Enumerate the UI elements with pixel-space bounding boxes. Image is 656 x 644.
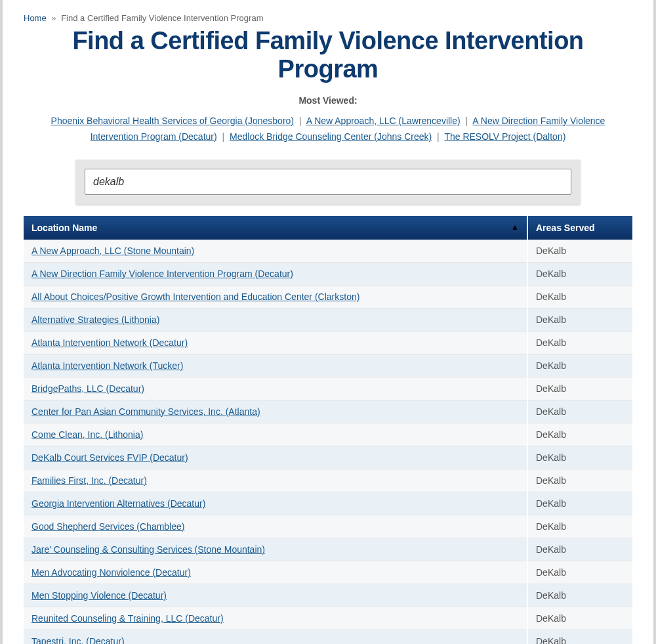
column-header-label: Areas Served [536, 223, 595, 233]
table-row: Jare' Counseling & Consulting Services (… [24, 538, 632, 561]
location-link[interactable]: A New Direction Family Violence Interven… [31, 268, 293, 279]
cell-location-name: DeKalb Court Services FVIP (Decatur) [24, 446, 527, 469]
cell-location-name: Alternative Strategies (Lithonia) [24, 308, 527, 331]
most-viewed-link[interactable]: A New Approach, LLC (Lawrenceville) [306, 116, 461, 126]
column-header-label: Location Name [31, 223, 97, 233]
cell-location-name: BridgePaths, LLC (Decatur) [24, 377, 527, 400]
table-row: A New Approach, LLC (Stone Mountain)DeKa… [24, 240, 632, 263]
location-link[interactable]: Center for Pan Asian Community Services,… [31, 406, 260, 417]
cell-areas-served: DeKalb [527, 240, 632, 263]
table-row: Reunited Counseling & Training, LLC (Dec… [24, 607, 632, 630]
page-title: Find a Certified Family Violence Interve… [24, 27, 632, 83]
cell-location-name: Jare' Counseling & Consulting Services (… [24, 538, 527, 561]
cell-location-name: Georgia Intervention Alternatives (Decat… [24, 492, 527, 515]
breadcrumb-current: Find a Certified Family Violence Interve… [61, 13, 263, 23]
column-header-location-name[interactable]: Location Name ▲ [24, 216, 527, 240]
location-link[interactable]: Good Shepherd Services (Chamblee) [31, 521, 184, 532]
table-row: BridgePaths, LLC (Decatur)DeKalb [24, 377, 632, 400]
separator: | [299, 116, 302, 126]
location-link[interactable]: DeKalb Court Services FVIP (Decatur) [31, 452, 188, 463]
separator: | [222, 131, 225, 142]
cell-location-name: Atlanta Intervention Network (Decatur) [24, 331, 527, 354]
page: Home » Find a Certified Family Violence … [0, 0, 656, 644]
location-link[interactable]: Alternative Strategies (Lithonia) [31, 314, 159, 325]
most-viewed-link[interactable]: The RESOLV Project (Dalton) [444, 131, 565, 142]
location-link[interactable]: Atlanta Intervention Network (Tucker) [31, 360, 183, 371]
cell-location-name: Good Shepherd Services (Chamblee) [24, 515, 527, 538]
cell-areas-served: DeKalb [527, 584, 632, 607]
most-viewed-links: Phoenix Behavioral Health Services of Ge… [39, 114, 617, 145]
most-viewed-link[interactable]: Phoenix Behavioral Health Services of Ge… [51, 116, 294, 126]
cell-location-name: Tapestri, Inc. (Decatur) [24, 630, 527, 644]
table-header: Location Name ▲ Areas Served [24, 216, 632, 240]
table-row: All About Choices/Positive Growth Interv… [24, 285, 632, 308]
cell-areas-served: DeKalb [527, 492, 632, 515]
table-row: Center for Pan Asian Community Services,… [24, 400, 632, 423]
cell-location-name: A New Direction Family Violence Interven… [24, 262, 527, 285]
results-table: Location Name ▲ Areas Served A New Appro… [24, 216, 632, 644]
most-viewed-link[interactable]: Medlock Bridge Counseling Center (Johns … [230, 131, 432, 142]
cell-location-name: All About Choices/Positive Growth Interv… [24, 285, 527, 308]
most-viewed-label: Most Viewed: [24, 95, 632, 106]
table-row: Good Shepherd Services (Chamblee)DeKalb [24, 515, 632, 538]
cell-areas-served: DeKalb [527, 515, 632, 538]
cell-location-name: Come Clean, Inc. (Lithonia) [24, 423, 527, 446]
separator: | [437, 131, 440, 142]
column-header-areas-served[interactable]: Areas Served [527, 216, 632, 240]
table-row: Tapestri, Inc. (Decatur)DeKalb [24, 630, 632, 644]
cell-areas-served: DeKalb [527, 354, 632, 377]
separator: | [466, 116, 468, 126]
breadcrumb-home-link[interactable]: Home [24, 13, 47, 23]
table-row: Alternative Strategies (Lithonia)DeKalb [24, 308, 632, 331]
cell-location-name: Reunited Counseling & Training, LLC (Dec… [24, 607, 527, 630]
table-row: DeKalb Court Services FVIP (Decatur)DeKa… [24, 446, 632, 469]
sort-asc-icon: ▲ [511, 223, 519, 232]
cell-areas-served: DeKalb [527, 308, 632, 331]
table-row: A New Direction Family Violence Interven… [24, 262, 632, 285]
location-link[interactable]: A New Approach, LLC (Stone Mountain) [31, 246, 194, 256]
location-link[interactable]: Families First, Inc. (Decatur) [31, 475, 147, 486]
table-row: Men Advocating Nonviolence (Decatur)DeKa… [24, 561, 632, 584]
location-link[interactable]: Jare' Counseling & Consulting Services (… [31, 544, 265, 555]
table-row: Atlanta Intervention Network (Tucker)DeK… [24, 354, 632, 377]
cell-areas-served: DeKalb [527, 446, 632, 469]
location-link[interactable]: Atlanta Intervention Network (Decatur) [31, 337, 188, 348]
cell-location-name: Men Advocating Nonviolence (Decatur) [24, 561, 527, 584]
table-row: Come Clean, Inc. (Lithonia)DeKalb [24, 423, 632, 446]
cell-location-name: Atlanta Intervention Network (Tucker) [24, 354, 527, 377]
breadcrumb: Home » Find a Certified Family Violence … [24, 13, 632, 23]
table-row: Men Stopping Violence (Decatur)DeKalb [24, 584, 632, 607]
search-box [75, 160, 581, 204]
cell-areas-served: DeKalb [527, 607, 632, 630]
breadcrumb-separator: » [51, 13, 56, 23]
location-link[interactable]: Men Stopping Violence (Decatur) [31, 590, 167, 601]
cell-areas-served: DeKalb [527, 377, 632, 400]
cell-location-name: Families First, Inc. (Decatur) [24, 469, 527, 492]
cell-areas-served: DeKalb [527, 538, 632, 561]
location-link[interactable]: Come Clean, Inc. (Lithonia) [31, 429, 143, 440]
table-row: Georgia Intervention Alternatives (Decat… [24, 492, 632, 515]
location-link[interactable]: BridgePaths, LLC (Decatur) [31, 383, 144, 394]
table-row: Atlanta Intervention Network (Decatur)De… [24, 331, 632, 354]
table-body: A New Approach, LLC (Stone Mountain)DeKa… [24, 240, 632, 644]
cell-areas-served: DeKalb [527, 630, 632, 644]
cell-location-name: Center for Pan Asian Community Services,… [24, 400, 527, 423]
cell-areas-served: DeKalb [527, 331, 632, 354]
table-row: Families First, Inc. (Decatur)DeKalb [24, 469, 632, 492]
location-link[interactable]: Georgia Intervention Alternatives (Decat… [31, 498, 205, 509]
location-link[interactable]: Reunited Counseling & Training, LLC (Dec… [31, 613, 224, 624]
cell-areas-served: DeKalb [527, 561, 632, 584]
location-link[interactable]: All About Choices/Positive Growth Interv… [31, 291, 359, 302]
cell-areas-served: DeKalb [527, 423, 632, 446]
cell-areas-served: DeKalb [527, 262, 632, 285]
cell-areas-served: DeKalb [527, 285, 632, 308]
search-input[interactable] [85, 169, 571, 195]
cell-areas-served: DeKalb [527, 400, 632, 423]
cell-location-name: A New Approach, LLC (Stone Mountain) [24, 240, 527, 263]
content-area: Home » Find a Certified Family Violence … [3, 0, 653, 644]
location-link[interactable]: Tapestri, Inc. (Decatur) [31, 636, 125, 644]
cell-areas-served: DeKalb [527, 469, 632, 492]
location-link[interactable]: Men Advocating Nonviolence (Decatur) [31, 567, 191, 578]
cell-location-name: Men Stopping Violence (Decatur) [24, 584, 527, 607]
